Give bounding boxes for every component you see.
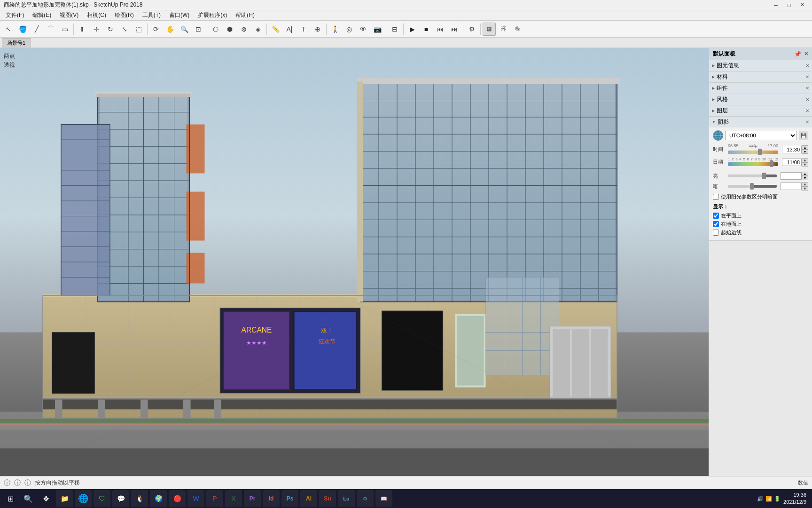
section-shadows-header[interactable]: ▼ 阴影 ✕ — [709, 117, 812, 127]
section-entity-info-header[interactable]: ▶ 图元信息 ✕ — [709, 60, 812, 71]
settings-button[interactable]: ⚙ — [465, 23, 478, 36]
section-shadows-close[interactable]: ✕ — [805, 119, 809, 125]
use-sun-label[interactable]: 使用阳光参数区分明暗面 — [713, 193, 808, 200]
taskbar-app-indesign[interactable]: Id — [263, 490, 280, 507]
section-layers-close[interactable]: ✕ — [805, 108, 809, 113]
taskbar-app-browser[interactable]: 🌐 — [75, 490, 92, 507]
bright-input[interactable]: 80 — [781, 172, 802, 180]
menu-camera[interactable]: 相机(C) — [83, 10, 110, 20]
info-icon-2[interactable]: ⓘ — [14, 479, 21, 487]
task-view-button[interactable]: ❖ — [38, 490, 55, 507]
tray-network-icon[interactable]: 🔊 — [757, 496, 764, 502]
section-materials-close[interactable]: ✕ — [805, 74, 809, 79]
dark-up-button[interactable]: ▲ — [802, 182, 808, 186]
bright-slider-thumb[interactable] — [762, 173, 766, 179]
walk-button[interactable]: 🚶 — [328, 23, 342, 36]
large-icons-button[interactable]: 环 — [497, 23, 510, 36]
date-slider-thumb[interactable] — [770, 160, 773, 167]
date-slider-track[interactable] — [728, 162, 778, 166]
taskbar-app-acrobat[interactable]: 📖 — [375, 490, 392, 507]
maximize-button[interactable]: □ — [783, 1, 795, 9]
utc-save-button[interactable]: 💾 — [799, 131, 808, 140]
taskbar-app-photoshop[interactable]: Ps — [281, 490, 298, 507]
start-button[interactable]: ⊞ — [2, 490, 19, 507]
dark-slider-thumb[interactable] — [750, 183, 754, 190]
stop-button[interactable]: ■ — [420, 23, 433, 36]
intersect-button[interactable]: ⊗ — [237, 23, 250, 36]
on-face-checkbox[interactable] — [713, 213, 719, 219]
tray-volume-icon[interactable]: 📶 — [765, 496, 772, 502]
panel-scroll-area[interactable]: ▶ 图元信息 ✕ ▶ 材料 ✕ — [709, 60, 812, 476]
axes-button[interactable]: ⊕ — [311, 23, 324, 36]
small-icons-button[interactable]: 模 — [511, 23, 524, 36]
line-tool-button[interactable]: ╱ — [30, 23, 43, 36]
menu-draw[interactable]: 绘图(R) — [111, 10, 138, 20]
tray-battery-icon[interactable]: 🔋 — [774, 496, 781, 502]
info-icon-1[interactable]: ⓘ — [4, 479, 10, 487]
lookaround-button[interactable]: 👁 — [357, 23, 370, 36]
menu-extensions[interactable]: 扩展程序(x) — [194, 10, 231, 20]
time-up-button[interactable]: ▲ — [802, 145, 808, 150]
menu-edit[interactable]: 编辑(E) — [29, 10, 55, 20]
taskbar-app-word[interactable]: W — [187, 490, 204, 507]
bright-down-button[interactable]: ▼ — [802, 176, 808, 180]
taskbar-app-lumion[interactable]: Lu — [338, 490, 355, 507]
taskbar-app-opera[interactable]: 🔴 — [169, 490, 186, 507]
scene-tab[interactable]: 场景号1 — [2, 38, 31, 48]
info-icon-3[interactable]: ⓘ — [24, 479, 31, 487]
panel-close-button[interactable]: ✕ — [804, 51, 808, 57]
position-camera-button[interactable]: 📷 — [371, 23, 384, 36]
arc-tool-button[interactable]: ⌒ — [44, 23, 57, 36]
text-button[interactable]: T — [297, 23, 310, 36]
bright-up-button[interactable]: ▲ — [802, 172, 808, 176]
rotate-button[interactable]: ↻ — [104, 23, 117, 36]
menu-tools[interactable]: 工具(T) — [139, 10, 164, 20]
date-input[interactable] — [782, 159, 802, 166]
taskbar-app-premiere[interactable]: Pr — [244, 490, 261, 507]
on-ground-label[interactable]: 在地面上 — [713, 221, 808, 228]
dimension-button[interactable]: A| — [283, 23, 296, 36]
taskbar-app-wechat[interactable]: 💬 — [112, 490, 129, 507]
taskbar-app-antivirus[interactable]: 🛡 — [94, 490, 110, 507]
orbit-button[interactable]: ⟳ — [149, 23, 163, 36]
standard-view-button[interactable]: ▦ — [483, 23, 496, 36]
section-components-close[interactable]: ✕ — [805, 86, 809, 91]
menu-window[interactable]: 窗口(W) — [165, 10, 193, 20]
offset-button[interactable]: ⬚ — [132, 23, 145, 36]
from-edges-label[interactable]: 起始边线 — [713, 229, 808, 236]
section-styles-header[interactable]: ▶ 风格 ✕ — [709, 94, 812, 105]
use-sun-checkbox[interactable] — [713, 194, 719, 200]
components-button[interactable]: ⬡ — [209, 23, 222, 36]
move-button[interactable]: ✛ — [90, 23, 103, 36]
system-clock[interactable]: 19:36 2021/12/9 — [783, 492, 806, 506]
section-components-header[interactable]: ▶ 组件 ✕ — [709, 83, 812, 94]
follow-me-button[interactable]: ◎ — [343, 23, 356, 36]
viewport[interactable]: 两点 透视 — [0, 48, 709, 476]
section-materials-header[interactable]: ▶ 材料 ✕ — [709, 71, 812, 82]
menu-help[interactable]: 帮助(H) — [232, 10, 258, 20]
on-ground-checkbox[interactable] — [713, 221, 719, 227]
paint-tool-button[interactable]: 🪣 — [16, 23, 29, 36]
taskbar-app-explorer[interactable]: 📁 — [56, 490, 73, 507]
from-edges-checkbox[interactable] — [713, 230, 719, 236]
close-button[interactable]: ✕ — [796, 1, 808, 9]
time-slider-track[interactable] — [728, 151, 778, 154]
on-face-label[interactable]: 在平面上 — [713, 212, 808, 219]
taskbar-app-excel[interactable]: X — [225, 490, 242, 507]
taskbar-app-powerpoint[interactable]: P — [206, 490, 223, 507]
taskbar-app-qq[interactable]: 🐧 — [131, 490, 148, 507]
solid-tools-button[interactable]: ◈ — [251, 23, 265, 36]
date-down-button[interactable]: ▼ — [802, 162, 808, 167]
time-slider-thumb[interactable] — [758, 149, 762, 155]
section-layers-header[interactable]: ▶ 图层 ✕ — [709, 105, 812, 116]
prev-scene-button[interactable]: ⏮ — [434, 23, 447, 36]
pan-button[interactable]: ✋ — [164, 23, 177, 36]
section-plane-button[interactable]: ⊟ — [388, 23, 401, 36]
dark-down-button[interactable]: ▼ — [802, 186, 808, 190]
scale-button[interactable]: ⤡ — [118, 23, 131, 36]
search-button[interactable]: 🔍 — [20, 490, 37, 507]
zoom-extents-button[interactable]: ⊡ — [192, 23, 205, 36]
shape-tool-button[interactable]: ▭ — [58, 23, 71, 36]
next-scene-button[interactable]: ⏭ — [448, 23, 461, 36]
taskbar-app-sketchup[interactable]: Su — [319, 490, 336, 507]
